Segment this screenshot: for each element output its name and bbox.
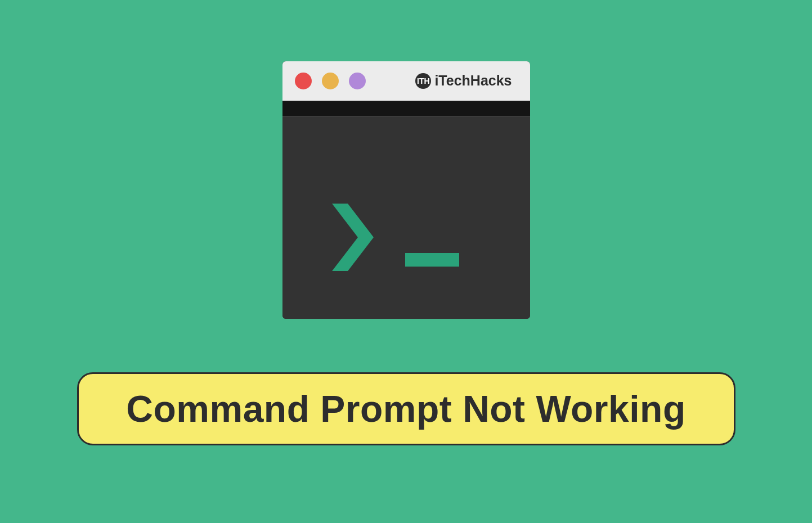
underscore-icon [405, 253, 459, 267]
brand-logo-icon: ITH [415, 73, 431, 89]
headline-badge: Command Prompt Not Working [77, 372, 735, 445]
terminal-window: ITH iTechHacks [282, 61, 530, 319]
prompt-symbol [332, 204, 459, 271]
minimize-icon [322, 73, 339, 89]
maximize-icon [349, 73, 366, 89]
svg-marker-0 [332, 204, 374, 271]
brand-name: iTechHacks [434, 73, 512, 89]
headline-text: Command Prompt Not Working [126, 387, 685, 430]
brand: ITH iTechHacks [415, 73, 512, 89]
terminal-body [282, 116, 530, 319]
chevron-right-icon [332, 204, 374, 271]
close-icon [295, 73, 312, 89]
menu-bar [282, 101, 530, 116]
traffic-lights [295, 73, 366, 89]
title-bar: ITH iTechHacks [282, 61, 530, 101]
